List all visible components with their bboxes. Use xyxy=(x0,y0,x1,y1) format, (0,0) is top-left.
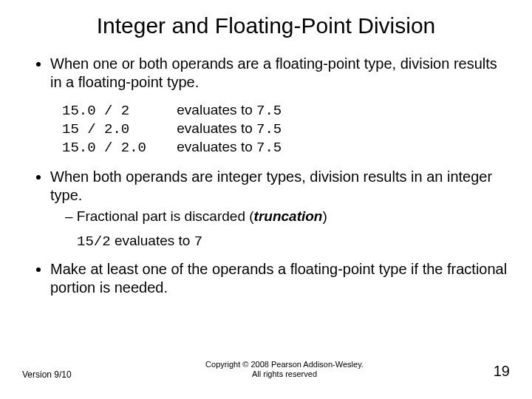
examples-block-1: 15.0 / 2 evaluates to 7.5 15 / 2.0 evalu… xyxy=(62,102,510,156)
example-row: 15.0 / 2.0 evaluates to 7.5 xyxy=(62,139,510,156)
copyright-line-2: All rights reserved xyxy=(252,369,317,378)
footer-copyright: Copyright © 2008 Pearson Addison-Wesley.… xyxy=(103,360,466,381)
bullet-2: When both operands are integer types, di… xyxy=(50,168,510,225)
sub-bullet-em: truncation xyxy=(254,208,323,224)
bullet-list: When one or both operands are a floating… xyxy=(22,55,510,92)
sub-bullet-close: ) xyxy=(322,208,327,224)
bullet-2-text: When both operands are integer types, di… xyxy=(50,168,492,203)
example-expr: 15.0 / 2 xyxy=(62,103,173,119)
example-result: 7.5 xyxy=(256,121,282,137)
example-row: 15.0 / 2 evaluates to 7.5 xyxy=(62,102,510,119)
bullet-list: Make at least one of the operands a floa… xyxy=(22,260,510,297)
example-text: evaluates to xyxy=(177,139,256,154)
sub-bullet-list: Fractional part is discarded (truncation… xyxy=(50,208,510,225)
footer: Version 9/10 Copyright © 2008 Pearson Ad… xyxy=(22,360,510,381)
example-eval: evaluates to 7.5 xyxy=(177,102,282,119)
inline-result: 7 xyxy=(194,233,202,250)
example-expr: 15.0 / 2.0 xyxy=(62,140,173,156)
example-eval: evaluates to 7.5 xyxy=(177,139,282,156)
bullet-3: Make at least one of the operands a floa… xyxy=(50,260,510,297)
inline-example: 15/2 evaluates to 7 xyxy=(77,233,510,250)
bullet-1: When one or both operands are a floating… xyxy=(50,55,510,92)
example-expr: 15 / 2.0 xyxy=(62,121,173,137)
example-result: 7.5 xyxy=(256,140,282,156)
sub-bullet: Fractional part is discarded (truncation… xyxy=(65,208,510,225)
example-text: evaluates to xyxy=(177,120,256,136)
inline-text: evaluates to xyxy=(111,233,194,248)
example-text: evaluates to xyxy=(177,102,256,117)
example-eval: evaluates to 7.5 xyxy=(177,120,282,137)
slide-title: Integer and Floating-Point Division xyxy=(22,13,510,38)
slide: Integer and Floating-Point Division When… xyxy=(0,0,532,399)
footer-page-number: 19 xyxy=(466,363,510,380)
copyright-line-1: Copyright © 2008 Pearson Addison-Wesley. xyxy=(205,360,364,369)
inline-expr: 15/2 xyxy=(77,233,111,250)
example-result: 7.5 xyxy=(256,103,282,119)
example-row: 15 / 2.0 evaluates to 7.5 xyxy=(62,120,510,137)
sub-bullet-text: Fractional part is discarded ( xyxy=(77,208,254,224)
bullet-list: When both operands are integer types, di… xyxy=(22,168,510,225)
footer-version: Version 9/10 xyxy=(22,369,103,380)
